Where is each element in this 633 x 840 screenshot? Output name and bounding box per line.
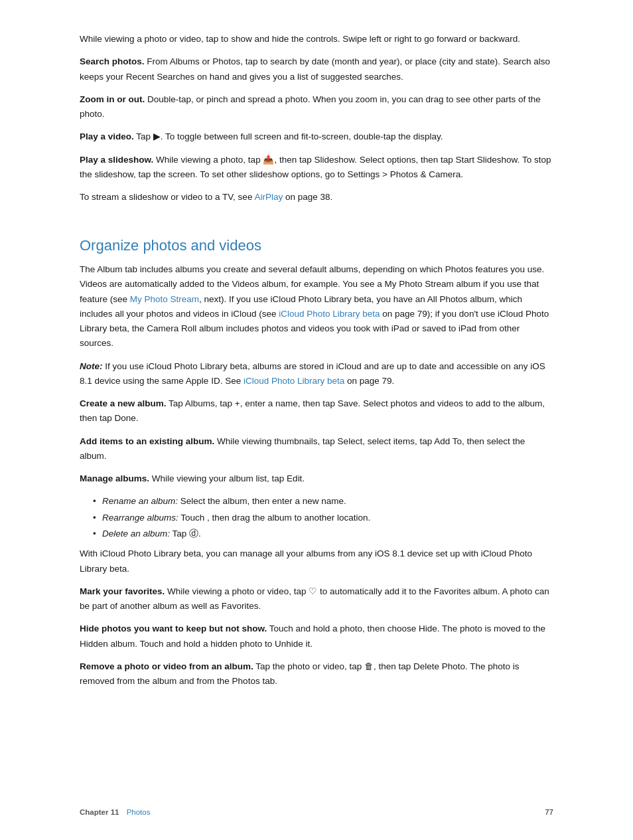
airplay-suffix: on page 38. bbox=[283, 192, 332, 202]
bullet-rename: Rename an album: Select the album, then … bbox=[93, 494, 553, 509]
paragraph-search-photos: Search photos. From Albums or Photos, ta… bbox=[80, 54, 553, 84]
paragraph-add-items: Add items to an existing album. While vi… bbox=[80, 434, 553, 464]
footer: Chapter 11 Photos 77 bbox=[0, 808, 633, 816]
note-paragraph: Note: If you use iCloud Photo Library be… bbox=[80, 359, 553, 389]
chapter-title: Photos bbox=[127, 808, 151, 816]
zoom-label: Zoom in or out. bbox=[80, 94, 145, 104]
airplay-link[interactable]: AirPlay bbox=[254, 192, 283, 202]
play-video-text: Tap ▶. To toggle between full screen and… bbox=[134, 131, 443, 141]
paragraph-zoom: Zoom in or out. Double-tap, or pinch and… bbox=[80, 92, 553, 122]
note-label: Note: bbox=[80, 361, 103, 371]
manage-text: While viewing your album list, tap Edit. bbox=[149, 473, 305, 483]
paragraph-mark-favorites: Mark your favorites. While viewing a pho… bbox=[80, 584, 553, 614]
hide-photos-label: Hide photos you want to keep but not sho… bbox=[80, 624, 267, 633]
icloud-photo-library-link2[interactable]: iCloud Photo Library beta bbox=[244, 376, 344, 386]
bullet-rearrange-text: Touch , then drag the album to another l… bbox=[178, 513, 370, 523]
paragraph-play-video: Play a video. Tap ▶. To toggle between f… bbox=[80, 129, 553, 144]
zoom-text: Double-tap, or pinch and spread a photo.… bbox=[80, 94, 541, 119]
chapter-separator bbox=[121, 808, 123, 816]
paragraph-play-slideshow: Play a slideshow. While viewing a photo,… bbox=[80, 153, 553, 183]
search-photos-label: Search photos. bbox=[80, 56, 145, 66]
airplay-prefix: To stream a slideshow or video to a TV, … bbox=[80, 192, 254, 202]
play-slideshow-label: Play a slideshow. bbox=[80, 155, 153, 165]
paragraph-create-album: Create a new album. Tap Albums, tap +, e… bbox=[80, 396, 553, 426]
play-video-label: Play a video. bbox=[80, 131, 134, 141]
section-heading: Organize photos and videos bbox=[80, 236, 553, 256]
bullet-delete: Delete an album: Tap ⓓ. bbox=[93, 527, 553, 541]
page-number: 77 bbox=[545, 808, 553, 816]
bullet-rename-label: Rename an album: bbox=[102, 496, 178, 506]
manage-label: Manage albums. bbox=[80, 473, 149, 483]
page: While viewing a photo or video, tap to s… bbox=[0, 0, 633, 840]
add-items-label: Add items to an existing album. bbox=[80, 436, 214, 446]
bullet-rename-text: Select the album, then enter a new name. bbox=[178, 496, 346, 506]
icloud-photo-library-link1[interactable]: iCloud Photo Library beta bbox=[279, 309, 380, 319]
paragraph-remove-photo: Remove a photo or video from an album. T… bbox=[80, 659, 553, 689]
remove-photo-label: Remove a photo or video from an album. bbox=[80, 661, 253, 671]
note-suffix: on page 79. bbox=[344, 376, 394, 386]
chapter-label: Chapter 11 bbox=[80, 808, 119, 816]
my-photo-stream-link[interactable]: My Photo Stream bbox=[130, 294, 199, 304]
bullet-delete-label: Delete an album: bbox=[102, 529, 170, 539]
bullet-list: Rename an album: Select the album, then … bbox=[93, 494, 553, 541]
paragraph-manage-albums: Manage albums. While viewing your album … bbox=[80, 471, 553, 486]
paragraph-icloud-manage: With iCloud Photo Library beta, you can … bbox=[80, 546, 553, 576]
section-body1: The Album tab includes albums you create… bbox=[80, 262, 553, 351]
bullet-delete-text: Tap ⓓ. bbox=[170, 529, 201, 539]
paragraph-viewing: While viewing a photo or video, tap to s… bbox=[80, 32, 553, 46]
search-photos-text: From Albums or Photos, tap to search by … bbox=[80, 56, 550, 81]
bullet-rearrange: Rearrange albums: Touch , then drag the … bbox=[93, 511, 553, 525]
chapter-info: Chapter 11 Photos bbox=[80, 808, 150, 816]
paragraph-airplay: To stream a slideshow or video to a TV, … bbox=[80, 190, 553, 205]
mark-favorites-label: Mark your favorites. bbox=[80, 586, 165, 596]
create-album-label: Create a new album. bbox=[80, 398, 167, 408]
bullet-rearrange-label: Rearrange albums: bbox=[102, 513, 178, 523]
paragraph-hide-photos: Hide photos you want to keep but not sho… bbox=[80, 622, 553, 651]
